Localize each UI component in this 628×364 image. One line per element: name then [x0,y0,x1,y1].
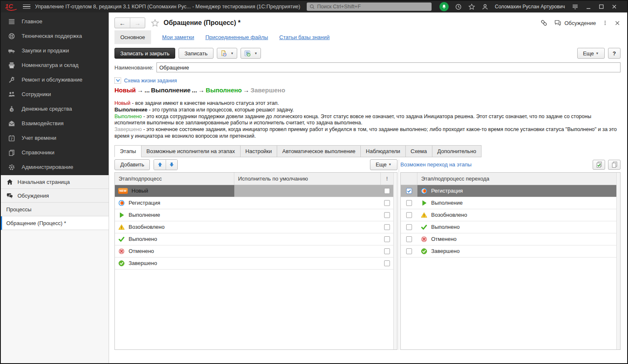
tab-1[interactable]: Возможные исполнители на этапах [141,145,240,157]
open-window-request-process[interactable]: Обращение (Процесс) * [1,216,109,230]
back-button[interactable]: ← [115,18,130,28]
table-row[interactable]: Выполнение [401,197,616,209]
table-row[interactable]: Регистрация [401,185,616,197]
maximize-icon[interactable] [598,3,605,10]
warning-icon [118,224,125,230]
favorite-star-icon[interactable] [151,19,159,27]
sidebar-item-administration[interactable]: Администрирование [1,160,109,174]
check-all-button[interactable] [593,160,605,170]
priority-checkbox[interactable] [384,260,390,266]
nav-tab-1[interactable]: Мои заметки [162,34,194,40]
sidebar-item-time-tracking[interactable]: 7Учет времени [1,131,109,145]
name-input[interactable] [156,62,621,72]
scrollbar-gutter[interactable] [393,173,397,349]
tab-6[interactable]: Дополнительно [432,145,482,157]
nav-tab-main[interactable]: Основное [114,30,151,44]
nav-tab-3[interactable]: Статьи базы знаний [279,34,330,40]
menu-lines-icon [8,18,15,25]
move-up-button[interactable] [154,160,166,170]
panel-splitter[interactable] [397,157,400,350]
transition-stage-cell: Отменено [417,233,616,245]
sidebar-item-purchases-sales[interactable]: Закупки и продажи [1,43,109,58]
stages-more-button[interactable]: Еще▼ [370,159,397,170]
priority-checkbox[interactable] [384,236,390,242]
move-down-button[interactable] [166,160,177,170]
save-close-button[interactable]: Записать и закрыть [114,48,175,59]
priority-checkbox[interactable] [384,188,390,194]
priority-checkbox[interactable] [384,212,390,218]
close-form-icon[interactable] [614,20,621,26]
executor-cell [234,197,381,209]
table-row[interactable]: Возобновлено [401,209,616,221]
create-based-on-button[interactable]: ▼ [217,48,237,59]
stage-label: Завершено [129,260,157,266]
forward-button[interactable]: → [130,18,145,28]
add-button[interactable]: Добавить [114,159,150,170]
table-row[interactable]: Выполнение [115,209,393,221]
sidebar-item-employees[interactable]: Сотрудники [1,87,109,102]
copy-link-icon[interactable] [540,19,548,27]
priority-checkbox[interactable] [384,224,390,230]
help-button[interactable]: ? [608,48,621,59]
tab-5[interactable]: Схема [405,145,432,157]
service-menu-icon[interactable] [571,3,579,10]
sidebar-item-references[interactable]: Справочники [1,145,109,160]
transition-checkbox[interactable] [406,200,412,206]
transition-checkbox[interactable] [406,236,412,242]
titlebar-actions: Соломахин Руслан Артурович [439,2,618,11]
table-row[interactable]: Регистрация [115,197,393,209]
history-icon[interactable] [455,3,462,10]
sidebar-item-repair-service[interactable]: Ремонт и обслуживание [1,72,109,87]
more-menu-icon[interactable] [602,20,608,26]
priority-checkbox[interactable] [384,248,390,254]
transition-checkbox[interactable] [406,212,412,218]
sidebar-item-main[interactable]: Главное [1,14,109,29]
tab-4[interactable]: Наблюдатели [360,145,405,157]
sidebar-item-interactions[interactable]: Взаимодействия [1,116,109,131]
sidebar-item-money[interactable]: $Денежные средства [1,102,109,116]
form-more-button[interactable]: Еще▼ [577,48,605,59]
sidebar-item-label: Взаимодействия [22,120,64,126]
tab-3[interactable]: Автоматическое выполнение [277,145,360,157]
current-user-name[interactable]: Соломахин Руслан Артурович [495,4,565,10]
table-row[interactable]: Выполнено [115,233,393,245]
stage-cell: Выполнено [115,233,234,245]
titlebar: 1С Управление IT-отделом 8, редакция 3.1… [1,1,627,12]
global-search-input[interactable]: Поиск Ctrl+Shift+F [307,2,432,11]
table-row[interactable]: Завершено [401,245,616,258]
transition-checkbox[interactable] [406,224,412,230]
open-window-home[interactable]: Начальная страница [1,175,109,189]
open-window-processes[interactable]: Процессы [1,203,109,216]
save-button[interactable]: Записать [179,48,213,59]
minimize-icon[interactable] [585,3,592,10]
favorites-star-icon[interactable] [468,3,475,10]
table-row[interactable]: Возобновлено [115,221,393,233]
sidebar-item-nomenclature-warehouse[interactable]: Номенклатура и склад [1,58,109,72]
tab-0[interactable]: Этапы [114,145,141,157]
user-icon[interactable] [482,3,489,10]
transition-checkbox[interactable] [406,188,412,194]
scrollbar-gutter[interactable] [616,173,620,349]
table-row[interactable]: Отменено [401,233,616,245]
notifications-bell-icon[interactable] [439,2,449,11]
sidebar-item-label: Закупки и продажи [22,47,69,54]
table-row[interactable]: Завершено [115,258,393,270]
table-row[interactable]: NEWНовый [115,185,393,197]
transition-checkbox[interactable] [406,248,412,254]
reports-button[interactable]: ▼ [241,48,261,59]
uncheck-all-button[interactable] [608,160,621,170]
nav-tab-2[interactable]: Присоединенные файлы [206,34,268,40]
close-window-icon[interactable] [611,3,618,10]
main-menu-icon[interactable] [23,5,30,9]
sidebar-item-tech-support[interactable]: Техническая поддержка [1,29,109,43]
form-header: ← → Обращение (Процесс) * Обсуждение [114,12,621,29]
lifecycle-toggle[interactable]: Схема жизни задания [114,77,621,84]
sidebar: ГлавноеТехническая поддержкаЗакупки и пр… [1,12,109,363]
lifecycle-term: Выполнение [114,107,147,113]
table-row[interactable]: Отменено [115,245,393,258]
discussion-button[interactable]: Обсуждение [554,19,596,27]
tab-2[interactable]: Настройки [240,145,277,157]
open-window-discussions[interactable]: Обсуждения [1,189,109,203]
priority-checkbox[interactable] [384,200,390,206]
table-row[interactable]: Выполнено [401,221,616,233]
